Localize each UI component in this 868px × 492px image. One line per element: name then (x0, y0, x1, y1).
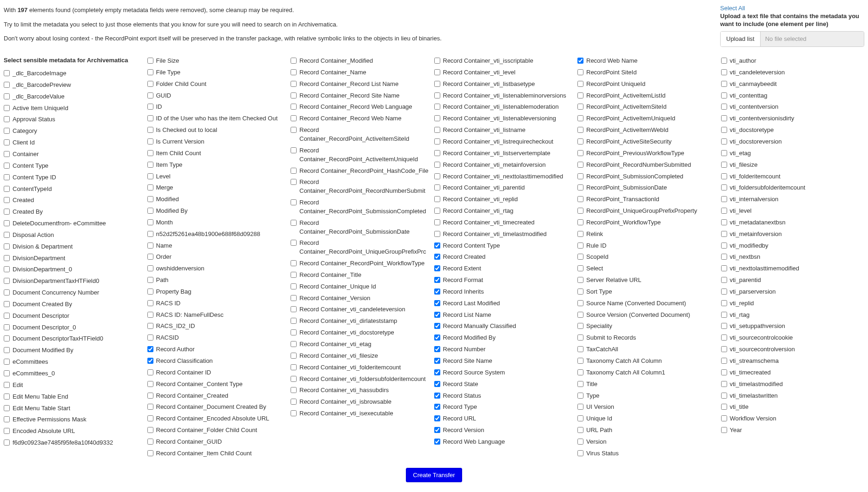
metadata-label[interactable]: Document Descriptor_0 (13, 323, 76, 332)
metadata-label[interactable]: Is Current Version (156, 138, 205, 146)
metadata-label[interactable]: vti_nextbsn (730, 253, 761, 262)
metadata-checkbox[interactable] (434, 323, 440, 329)
metadata-label[interactable]: Record Container_vti_isbrowsable (299, 398, 391, 407)
metadata-label[interactable]: Record Container_vti_timelastmodified (443, 230, 547, 239)
metadata-label[interactable]: vti_metadatanextbsn (730, 218, 786, 227)
metadata-label[interactable]: vti_filesize (730, 161, 758, 170)
metadata-checkbox[interactable] (291, 147, 297, 153)
metadata-label[interactable]: Year (730, 426, 742, 435)
metadata-checkbox[interactable] (4, 186, 10, 192)
metadata-checkbox[interactable] (147, 415, 153, 421)
metadata-label[interactable]: RecordPoint_ActiveItemUniqueId (586, 114, 676, 123)
metadata-checkbox[interactable] (4, 163, 10, 169)
metadata-checkbox[interactable] (4, 301, 10, 307)
metadata-checkbox[interactable] (291, 69, 297, 75)
metadata-checkbox[interactable] (4, 382, 10, 388)
metadata-checkbox[interactable] (434, 346, 440, 352)
metadata-label[interactable]: Version (586, 438, 606, 446)
metadata-label[interactable]: Record Container_RecordPoint_ActiveItemU… (299, 146, 431, 164)
metadata-label[interactable]: Record Web Language (443, 438, 505, 446)
metadata-label[interactable]: Record Container_RecordPoint_UniqueGroup… (299, 239, 431, 256)
metadata-checkbox[interactable] (147, 81, 153, 87)
metadata-checkbox[interactable] (721, 243, 727, 249)
metadata-label[interactable]: f6d9c0923ae7485f95fe8a10f40d9332 (13, 439, 113, 447)
metadata-label[interactable]: Record Container_vti_timecreated (443, 218, 535, 227)
metadata-label[interactable]: Record Content Type (443, 242, 500, 250)
metadata-checkbox[interactable] (721, 219, 727, 225)
metadata-checkbox[interactable] (434, 335, 440, 341)
metadata-checkbox[interactable] (721, 162, 727, 168)
metadata-label[interactable]: Record Container_vti_docstoretype (299, 328, 394, 337)
metadata-label[interactable]: eCommittees_0 (13, 369, 55, 378)
metadata-checkbox[interactable] (721, 69, 727, 75)
metadata-checkbox[interactable] (434, 404, 440, 410)
metadata-label[interactable]: ID (156, 103, 162, 112)
metadata-label[interactable]: Record Created (443, 253, 486, 262)
create-transfer-button[interactable]: Create Transfer (406, 468, 462, 482)
metadata-checkbox[interactable] (291, 387, 297, 393)
metadata-label[interactable]: Content Type (13, 162, 48, 171)
metadata-checkbox[interactable] (434, 138, 440, 144)
metadata-checkbox[interactable] (147, 58, 153, 64)
metadata-checkbox[interactable] (721, 150, 727, 156)
metadata-checkbox[interactable] (434, 196, 440, 202)
metadata-label[interactable]: Record Container_GUID (156, 438, 222, 446)
metadata-checkbox[interactable] (4, 232, 10, 238)
metadata-label[interactable]: Record URL (443, 414, 477, 423)
metadata-checkbox[interactable] (577, 231, 583, 237)
metadata-label[interactable]: vti_contenttag (730, 92, 768, 100)
metadata-checkbox[interactable] (434, 277, 440, 283)
metadata-label[interactable]: vti_foldersubfolderitemcount (730, 184, 806, 192)
metadata-label[interactable]: Record Container_Record List Name (299, 80, 398, 89)
metadata-label[interactable]: RecordPoint_WorkflowType (586, 218, 661, 227)
metadata-checkbox[interactable] (147, 104, 153, 110)
metadata-label[interactable]: RecordPoint_ActiveSiteSecurity (586, 138, 672, 146)
metadata-checkbox[interactable] (577, 243, 583, 249)
metadata-label[interactable]: vti_folderitemcount (730, 172, 781, 181)
metadata-checkbox[interactable] (721, 265, 727, 271)
metadata-checkbox[interactable] (4, 324, 10, 330)
metadata-label[interactable]: vti_modifiedby (730, 242, 769, 250)
metadata-label[interactable]: Record Container_Content Type (156, 380, 243, 389)
metadata-checkbox[interactable] (4, 105, 10, 111)
metadata-checkbox[interactable] (721, 196, 727, 202)
metadata-checkbox[interactable] (291, 318, 297, 324)
metadata-checkbox[interactable] (577, 415, 583, 421)
metadata-label[interactable]: vti_timelastmodified (730, 380, 783, 389)
metadata-checkbox[interactable] (147, 358, 153, 364)
metadata-label[interactable]: vti_setuppathversion (730, 322, 785, 331)
metadata-label[interactable]: Active Item UniqueId (13, 104, 68, 113)
metadata-label[interactable]: Record Container_Record Web Language (299, 103, 412, 112)
metadata-checkbox[interactable] (147, 243, 153, 249)
metadata-label[interactable]: RecordPoint_ActiveItemListId (586, 92, 666, 100)
metadata-label[interactable]: Path (156, 276, 169, 285)
metadata-label[interactable]: vti_docstoretype (730, 126, 774, 135)
metadata-checkbox[interactable] (577, 404, 583, 410)
metadata-checkbox[interactable] (291, 329, 297, 335)
metadata-checkbox[interactable] (434, 92, 440, 98)
metadata-label[interactable]: _dlc_BarcodePreview (13, 81, 71, 90)
metadata-checkbox[interactable] (577, 358, 583, 364)
metadata-label[interactable]: vti_parserversion (730, 288, 776, 296)
metadata-checkbox[interactable] (291, 240, 297, 246)
metadata-label[interactable]: RecordPoint_PreviousWorkflowType (586, 149, 684, 158)
metadata-checkbox[interactable] (721, 312, 727, 318)
metadata-label[interactable]: RecordPoint_ActiveItemSiteId (586, 103, 667, 112)
metadata-label[interactable]: n52d2f5261ea48b1900e688f68d09288 (156, 230, 260, 239)
metadata-label[interactable]: Server Relative URL (586, 276, 642, 285)
metadata-checkbox[interactable] (4, 70, 10, 76)
metadata-label[interactable]: Record Container_RecordPoint_SubmissionC… (299, 198, 431, 216)
metadata-label[interactable]: vti_streamschema (730, 357, 779, 366)
metadata-label[interactable]: Record Container_Unique Id (299, 282, 376, 291)
metadata-label[interactable]: Modified (156, 195, 179, 204)
metadata-label[interactable]: Folder Child Count (156, 80, 206, 89)
metadata-checkbox[interactable] (147, 323, 153, 329)
metadata-label[interactable]: RecordPoint_SubmissionDate (586, 184, 667, 192)
metadata-checkbox[interactable] (291, 104, 297, 110)
metadata-label[interactable]: vti_parentid (730, 276, 761, 285)
metadata-checkbox[interactable] (147, 115, 153, 121)
metadata-label[interactable]: RecordPoint_TransactionId (586, 195, 659, 204)
metadata-label[interactable]: Document Created By (13, 300, 72, 309)
metadata-checkbox[interactable] (577, 69, 583, 75)
metadata-checkbox[interactable] (577, 92, 583, 98)
